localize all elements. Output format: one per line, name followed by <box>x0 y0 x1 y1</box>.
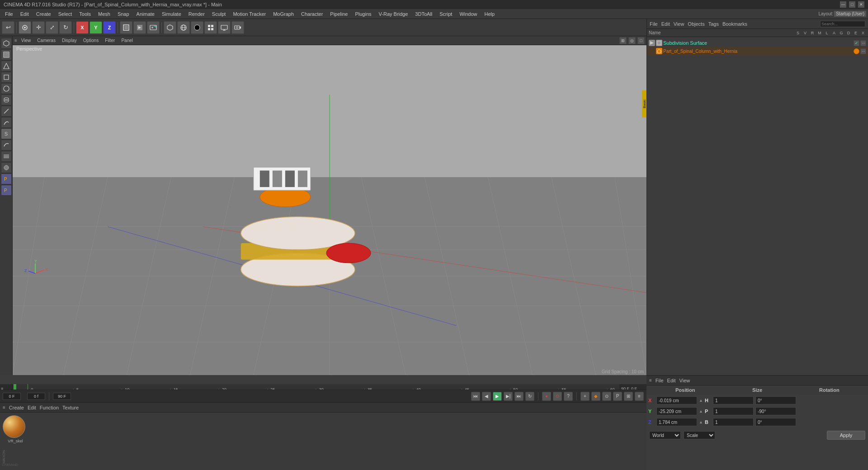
viewport-menu-options[interactable]: Options <box>81 38 101 43</box>
sidebar-plane-mode[interactable] <box>1 61 12 71</box>
viewport-menu-filter[interactable]: Filter <box>103 38 117 43</box>
z-position-input[interactable] <box>656 418 697 426</box>
record-all-button[interactable]: ⊙ <box>553 392 562 401</box>
menu-edit[interactable]: Edit <box>17 10 32 18</box>
menu-sculpt[interactable]: Sculpt <box>209 10 229 18</box>
maximize-button[interactable]: □ <box>849 1 855 8</box>
sidebar-curve-mode[interactable] <box>1 117 12 128</box>
scale-button[interactable]: ⤢ <box>46 21 58 34</box>
menu-tools[interactable]: Tools <box>76 10 94 18</box>
render-to-picture-button[interactable] <box>147 21 160 34</box>
x-position-input[interactable] <box>656 396 697 404</box>
mat-texture-menu[interactable]: Texture <box>62 405 79 410</box>
subdivision-expand-icon[interactable] <box>649 40 655 46</box>
current-frame-field[interactable] <box>3 393 21 400</box>
frame-field-2[interactable] <box>27 393 45 400</box>
goto-end-button[interactable]: ⏭ <box>514 392 524 401</box>
menu-window[interactable]: Window <box>456 10 480 18</box>
viewport-maximize-btn[interactable]: □ <box>637 37 645 44</box>
spinal-dots-icon[interactable]: ⋯ <box>860 48 866 54</box>
render-region-button[interactable] <box>120 21 132 34</box>
snap-button[interactable] <box>204 21 217 34</box>
minimize-button[interactable]: — <box>840 1 846 8</box>
menu-simulate[interactable]: Simulate <box>159 10 184 18</box>
texture-button[interactable] <box>177 21 190 34</box>
z-rotation-input[interactable] <box>755 418 796 426</box>
obj-mgr-bookmarks[interactable]: Bookmarks <box>722 21 747 27</box>
grid-button[interactable]: ⊞ <box>624 392 633 401</box>
apply-button[interactable]: Apply <box>827 431 865 440</box>
menu-vray-bridge[interactable]: V-Ray Bridge <box>376 10 411 18</box>
end-frame-field[interactable] <box>53 393 71 400</box>
menu-help[interactable]: Help <box>481 10 498 18</box>
sidebar-spline-mode[interactable]: S <box>1 128 12 139</box>
y-arrow-up[interactable]: ▲ <box>699 409 703 414</box>
y-axis-button[interactable]: Y <box>90 21 102 34</box>
viewport-menu-display[interactable]: Display <box>60 38 79 43</box>
mat-create-menu[interactable]: Create <box>9 405 24 410</box>
y-size-input[interactable] <box>713 407 754 415</box>
sidebar-sphere-mode[interactable] <box>1 83 12 94</box>
sidebar-py-button2[interactable]: P <box>1 185 12 196</box>
display-button[interactable] <box>218 21 231 34</box>
live-selection-button[interactable] <box>19 21 31 34</box>
object-mode-button[interactable] <box>164 21 176 34</box>
undo-button[interactable]: ↩ <box>2 21 14 34</box>
timeline-btn[interactable]: ≡ <box>635 392 644 401</box>
object-manager-search[interactable] <box>820 21 865 27</box>
viewport-menu-view[interactable]: View <box>19 38 33 43</box>
sidebar-line-mode[interactable] <box>1 106 12 117</box>
material-button[interactable] <box>191 21 203 34</box>
obj-mgr-edit[interactable]: Edit <box>661 21 670 27</box>
viewport[interactable]: X Y Z <box>13 45 646 375</box>
x-axis-button[interactable]: X <box>76 21 89 34</box>
world-dropdown[interactable]: World Object <box>649 431 681 439</box>
obj-mgr-view[interactable]: View <box>674 21 684 27</box>
menu-script[interactable]: Script <box>436 10 455 18</box>
render-active-view-button[interactable] <box>133 21 146 34</box>
menu-pipeline[interactable]: Pipeline <box>327 10 351 18</box>
menu-file[interactable]: File <box>2 10 16 18</box>
viewport-toggle-btn2[interactable]: ◎ <box>628 37 636 44</box>
coords-view-menu[interactable]: View <box>679 378 690 383</box>
x-arrow-up[interactable]: ▲ <box>699 398 703 403</box>
menu-mesh[interactable]: Mesh <box>95 10 113 18</box>
obj-mgr-objects[interactable]: Objects <box>688 21 704 27</box>
record-mode-button[interactable]: ? <box>564 392 573 401</box>
goto-start-button[interactable]: ⏮ <box>471 392 480 401</box>
sidebar-deform-mode[interactable] <box>1 140 12 150</box>
mat-edit-menu[interactable]: Edit <box>28 405 36 410</box>
obj-row-subdivision[interactable]: Subdivision Surface ✓ ⋯ <box>647 39 868 47</box>
sidebar-field-mode[interactable] <box>1 162 12 173</box>
menu-motion-tracker[interactable]: Motion Tracker <box>230 10 269 18</box>
obj-mgr-tags[interactable]: Tags <box>708 21 719 27</box>
coords-edit-menu[interactable]: Edit <box>667 378 676 383</box>
power-button[interactable]: P <box>613 392 622 401</box>
obj-row-spinal[interactable]: Part_of_Spinal_Column_with_Hernia ⋯ <box>647 47 868 55</box>
coords-file-menu[interactable]: File <box>656 378 664 383</box>
auto-key-button[interactable]: ⊙ <box>602 392 611 401</box>
record-active-button[interactable]: ● <box>542 392 551 401</box>
viewport-toggle-btn1[interactable]: ⊞ <box>619 37 627 44</box>
x-size-input[interactable] <box>713 396 754 404</box>
sidebar-box-mode[interactable] <box>1 72 12 83</box>
subdiv-check-icon[interactable]: ✓ <box>854 40 859 46</box>
loop-button[interactable]: ↻ <box>525 392 534 401</box>
right-edge-tab[interactable]: Basic <box>642 90 646 118</box>
play-button[interactable]: ▶ <box>493 392 502 401</box>
menu-3dtoall[interactable]: 3DToAll <box>412 10 435 18</box>
viewport-menu-cameras[interactable]: Cameras <box>35 38 58 43</box>
y-rotation-input[interactable] <box>755 407 796 415</box>
sidebar-layer-mode[interactable] <box>1 151 12 162</box>
z-axis-button[interactable]: Z <box>103 21 116 34</box>
scale-dropdown[interactable]: Scale <box>684 431 715 439</box>
move-button[interactable]: ✛ <box>32 21 45 34</box>
z-arrow-up[interactable]: ▲ <box>699 420 703 424</box>
key-button[interactable]: ◆ <box>591 392 600 401</box>
layout-value[interactable]: Startup (User) <box>834 11 866 17</box>
obj-mgr-file[interactable]: File <box>650 21 658 27</box>
y-position-input[interactable] <box>656 407 697 415</box>
menu-snap[interactable]: Snap <box>114 10 132 18</box>
menu-character[interactable]: Character <box>298 10 326 18</box>
menu-create[interactable]: Create <box>33 10 54 18</box>
